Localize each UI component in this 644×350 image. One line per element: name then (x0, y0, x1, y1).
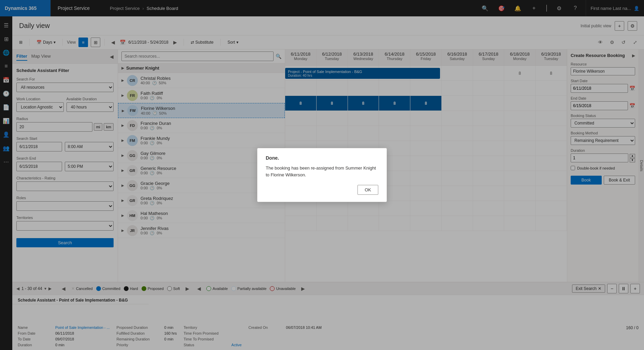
modal-ok-btn[interactable]: OK (357, 185, 378, 195)
modal-buttons: OK (266, 185, 378, 195)
modal-message: The booking has been re-assigned from Su… (266, 165, 378, 178)
modal-title: Done. (266, 155, 378, 161)
modal-overlay[interactable]: Done. The booking has been re-assigned f… (0, 0, 644, 350)
modal-box: Done. The booking has been re-assigned f… (257, 148, 387, 202)
